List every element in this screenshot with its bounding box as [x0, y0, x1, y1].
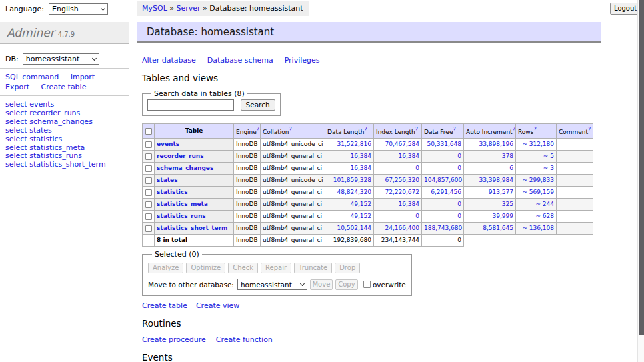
- auto-increment-link[interactable]: 325: [502, 201, 513, 207]
- index-length-link[interactable]: 0: [415, 165, 419, 171]
- repair-button[interactable]: Repair: [261, 263, 291, 273]
- analyze-button[interactable]: Analyze: [148, 263, 183, 273]
- table-link[interactable]: recorder_runs: [157, 153, 204, 159]
- data-length-link[interactable]: 101,859,328: [333, 177, 371, 183]
- data-free-link[interactable]: 0: [457, 201, 461, 207]
- column-help-link[interactable]: ?: [588, 127, 591, 133]
- table-link[interactable]: statistics_runs: [157, 213, 206, 219]
- column-help-link[interactable]: ?: [364, 127, 367, 133]
- data-free-link[interactable]: 50,331,648: [427, 141, 461, 147]
- table-link[interactable]: statistics: [157, 189, 188, 195]
- row-checkbox[interactable]: [145, 165, 152, 172]
- copy-button[interactable]: Copy: [335, 279, 358, 290]
- drop-button[interactable]: Drop: [335, 263, 360, 273]
- sidebar-table-link[interactable]: select statistics: [5, 135, 106, 144]
- data-length-link[interactable]: 31,522,816: [337, 141, 371, 147]
- index-length-link[interactable]: 16,384: [399, 201, 420, 207]
- column-help-link[interactable]: ?: [257, 127, 259, 133]
- search-input[interactable]: [147, 99, 234, 111]
- table-link[interactable]: statistics_short_term: [157, 225, 227, 231]
- auto-increment-link[interactable]: 378: [502, 153, 513, 159]
- data-free-link[interactable]: 188,743,680: [424, 225, 462, 231]
- index-length-link[interactable]: 67,256,320: [385, 177, 419, 183]
- row-checkbox[interactable]: [145, 153, 152, 160]
- row-checkbox[interactable]: [145, 189, 152, 196]
- index-length-link[interactable]: 16,384: [399, 153, 420, 159]
- database-action-link[interactable]: Alter database: [142, 56, 196, 65]
- sidebar-table-link[interactable]: select recorder_runs: [5, 109, 106, 118]
- logout-button[interactable]: Logout: [610, 3, 641, 15]
- sidebar-action-link[interactable]: SQL command: [5, 73, 59, 81]
- auto-increment-link[interactable]: 33,898,196: [479, 141, 513, 147]
- row-checkbox[interactable]: [145, 177, 152, 184]
- data-length-link[interactable]: 16,384: [351, 153, 372, 159]
- rows-link[interactable]: ~ 136,108: [522, 225, 554, 231]
- data-free-link[interactable]: 104,857,600: [424, 177, 462, 183]
- rows-link[interactable]: ~ 299,833: [522, 177, 554, 183]
- sidebar-table-link[interactable]: select events: [5, 101, 106, 109]
- routine-link[interactable]: Create function: [216, 335, 273, 344]
- data-length-link[interactable]: 48,824,320: [337, 189, 371, 195]
- row-checkbox[interactable]: [145, 201, 152, 208]
- table-link[interactable]: statistics_meta: [157, 201, 208, 207]
- column-help-link[interactable]: ?: [289, 127, 292, 133]
- data-free-link[interactable]: 0: [457, 153, 461, 159]
- data-free-link[interactable]: 0: [457, 213, 461, 219]
- column-help-link[interactable]: ?: [533, 127, 536, 133]
- breadcrumb-item[interactable]: Server: [177, 4, 201, 13]
- column-help-link[interactable]: ?: [415, 127, 418, 133]
- rows-link[interactable]: ~ 5: [543, 153, 554, 159]
- language-select[interactable]: English: [49, 3, 108, 15]
- db-select[interactable]: homeassistant: [23, 53, 99, 65]
- database-action-link[interactable]: Database schema: [207, 56, 273, 65]
- data-free-link[interactable]: 6,291,456: [431, 189, 461, 195]
- database-action-link[interactable]: Privileges: [285, 56, 320, 65]
- sidebar-table-link[interactable]: select statistics_short_term: [5, 161, 106, 169]
- sidebar-action-link[interactable]: Export: [5, 83, 29, 91]
- index-length-link[interactable]: 72,220,672: [385, 189, 419, 195]
- index-length-link[interactable]: 0: [415, 213, 419, 219]
- auto-increment-link[interactable]: 913,577: [489, 189, 513, 195]
- sidebar-table-link[interactable]: select schema_changes: [5, 118, 106, 127]
- data-length-link[interactable]: 49,152: [351, 213, 372, 219]
- index-length-link[interactable]: 70,467,584: [385, 141, 419, 147]
- row-checkbox[interactable]: [145, 225, 152, 232]
- routine-link[interactable]: Create procedure: [142, 335, 206, 344]
- data-length-link[interactable]: 49,152: [351, 201, 372, 207]
- breadcrumb-item[interactable]: MySQL: [142, 4, 167, 13]
- move-database-select[interactable]: homeassistant: [237, 279, 307, 290]
- data-length-link[interactable]: 10,502,144: [337, 225, 371, 231]
- create-link[interactable]: Create table: [142, 301, 187, 310]
- rows-link[interactable]: ~ 312,180: [522, 141, 554, 147]
- scrollbar-track[interactable]: [637, 0, 644, 362]
- select-all-checkbox[interactable]: [145, 128, 152, 135]
- truncate-button[interactable]: Truncate: [294, 263, 332, 273]
- overwrite-checkbox[interactable]: [363, 281, 371, 288]
- sidebar-action-link[interactable]: Import: [71, 73, 95, 81]
- column-help-link[interactable]: ?: [513, 127, 515, 133]
- data-length-link[interactable]: 16,384: [351, 165, 372, 171]
- sidebar-action-link[interactable]: Create table: [41, 83, 87, 91]
- rows-link[interactable]: ~ 3: [543, 165, 554, 171]
- row-checkbox[interactable]: [145, 213, 152, 220]
- table-link[interactable]: schema_changes: [157, 165, 213, 171]
- optimize-button[interactable]: Optimize: [186, 263, 225, 273]
- auto-increment-link[interactable]: 39,999: [493, 213, 514, 219]
- move-button[interactable]: Move: [310, 279, 333, 290]
- auto-increment-link[interactable]: 6: [509, 165, 513, 171]
- rows-link[interactable]: ~ 628: [535, 213, 554, 219]
- index-length-link[interactable]: 24,166,400: [385, 225, 419, 231]
- rows-link[interactable]: ~ 244: [535, 201, 554, 207]
- rows-link[interactable]: ~ 569,159: [522, 189, 554, 195]
- check-button[interactable]: Check: [228, 263, 258, 273]
- search-button[interactable]: Search: [241, 99, 275, 111]
- row-checkbox[interactable]: [145, 141, 152, 148]
- auto-increment-link[interactable]: 33,398,984: [479, 177, 513, 183]
- create-link[interactable]: Create view: [196, 301, 239, 310]
- sidebar-table-link[interactable]: select states: [5, 127, 106, 135]
- table-link[interactable]: states: [157, 177, 178, 183]
- table-link[interactable]: events: [157, 141, 179, 147]
- scrollbar-thumb[interactable]: [639, 0, 644, 335]
- auto-increment-link[interactable]: 8,581,645: [483, 225, 513, 231]
- app-name[interactable]: Adminer: [7, 26, 55, 39]
